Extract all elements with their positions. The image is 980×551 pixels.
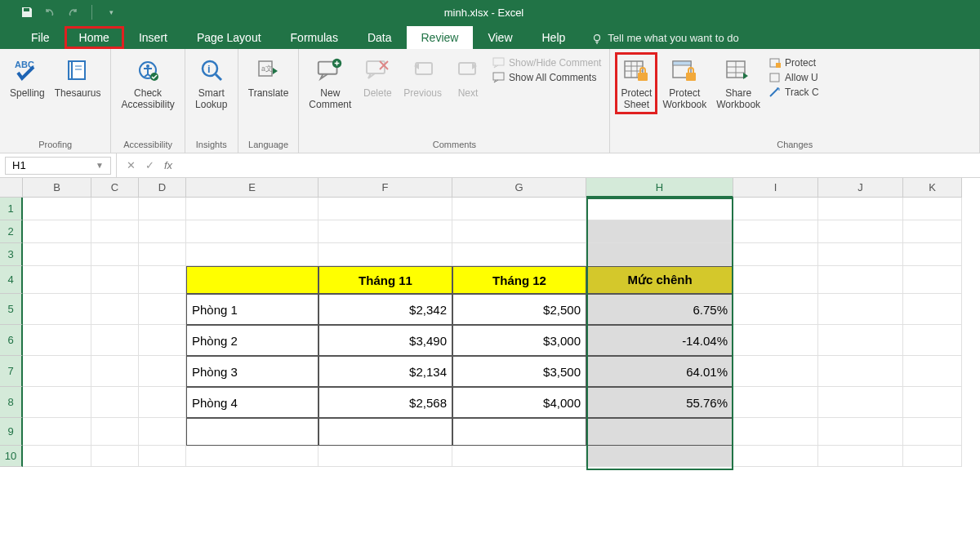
spelling-button[interactable]: ABC Spelling [5, 52, 50, 103]
cell[interactable] [818, 243, 903, 266]
cell[interactable] [452, 220, 586, 243]
redo-icon[interactable] [65, 5, 80, 20]
cell[interactable] [903, 243, 962, 266]
cell[interactable] [139, 243, 186, 266]
smart-lookup-button[interactable]: i Smart Lookup [190, 52, 233, 114]
cell[interactable] [818, 294, 903, 325]
cell-t11[interactable]: $2,568 [318, 387, 452, 418]
cell[interactable] [452, 446, 586, 467]
share-workbook-button[interactable]: Share Workbook [711, 52, 765, 114]
cell[interactable] [586, 243, 733, 266]
cell[interactable] [903, 418, 962, 446]
undo-icon[interactable] [42, 5, 57, 20]
cell[interactable] [186, 446, 318, 467]
cell-room[interactable]: Phòng 3 [186, 356, 318, 387]
qat-customize-icon[interactable]: ▾ [104, 5, 118, 20]
cell[interactable] [903, 446, 962, 467]
cell-pct[interactable]: -14.04% [586, 325, 733, 356]
show-hide-comment-button[interactable]: Show/Hide Comment [492, 57, 601, 69]
cell[interactable] [186, 243, 318, 266]
cell[interactable] [903, 325, 962, 356]
cell[interactable] [91, 266, 139, 294]
cell-H1[interactable] [586, 198, 733, 220]
table-header-t11[interactable]: Tháng 11 [318, 266, 452, 294]
cell-t12[interactable]: $3,500 [452, 356, 586, 387]
cell[interactable] [818, 220, 903, 243]
cell[interactable] [903, 220, 962, 243]
cell-pct[interactable]: 64.01% [586, 356, 733, 387]
cell[interactable] [318, 446, 452, 467]
cell[interactable] [23, 294, 91, 325]
enter-formula-icon[interactable]: ✓ [145, 159, 154, 171]
cell[interactable] [733, 387, 818, 418]
thesaurus-button[interactable]: Thesaurus [50, 52, 106, 103]
cell[interactable] [818, 387, 903, 418]
cell-t11[interactable]: $2,342 [318, 294, 452, 325]
cell-t12[interactable]: $2,500 [452, 294, 586, 325]
cell[interactable] [91, 198, 139, 220]
cell[interactable] [733, 198, 818, 220]
cell[interactable] [903, 294, 962, 325]
col-header-F[interactable]: F [318, 178, 452, 198]
col-header-E[interactable]: E [186, 178, 318, 198]
cell[interactable] [23, 266, 91, 294]
cell[interactable] [23, 198, 91, 220]
protect-and-share-button[interactable]: Protect [768, 57, 819, 69]
cell[interactable] [139, 356, 186, 387]
cell[interactable] [903, 198, 962, 220]
cell[interactable] [91, 294, 139, 325]
name-box[interactable]: H1 ▼ [5, 157, 111, 175]
cell-room[interactable]: Phòng 4 [186, 387, 318, 418]
table-header-t12[interactable]: Tháng 12 [452, 266, 586, 294]
row-header-9[interactable]: 9 [0, 418, 23, 446]
check-accessibility-button[interactable]: Check Accessibility [116, 52, 179, 114]
tab-insert[interactable]: Insert [124, 26, 182, 49]
row-header-4[interactable]: 4 [0, 266, 23, 294]
track-changes-button[interactable]: Track C [768, 87, 819, 98]
col-header-I[interactable]: I [733, 178, 818, 198]
cell[interactable] [733, 220, 818, 243]
cell-t12[interactable]: $3,000 [452, 325, 586, 356]
cell[interactable] [23, 418, 91, 446]
spreadsheet-grid[interactable]: B C D E F G H I J K 1 2 3 4 Tháng 11 Thá… [0, 178, 980, 467]
previous-comment-button[interactable]: Previous [399, 52, 447, 103]
col-header-H[interactable]: H [586, 178, 733, 198]
cell[interactable] [23, 387, 91, 418]
next-comment-button[interactable]: Next [447, 52, 489, 103]
col-header-B[interactable]: B [23, 178, 91, 198]
col-header-G[interactable]: G [452, 178, 586, 198]
save-icon[interactable] [20, 5, 34, 20]
cell[interactable] [733, 294, 818, 325]
cell[interactable] [139, 198, 186, 220]
translate-button[interactable]: a文 Translate [243, 52, 294, 103]
row-header-8[interactable]: 8 [0, 387, 23, 418]
cell-pct[interactable]: 55.76% [586, 387, 733, 418]
tab-view[interactable]: View [473, 26, 527, 49]
tell-me-search[interactable]: Tell me what you want to do [580, 27, 750, 49]
cell[interactable] [818, 266, 903, 294]
tab-home[interactable]: Home [65, 26, 124, 49]
row-header-7[interactable]: 7 [0, 356, 23, 387]
new-comment-button[interactable]: New Comment [304, 52, 356, 114]
cell[interactable] [91, 325, 139, 356]
cell-room[interactable]: Phòng 1 [186, 294, 318, 325]
cell[interactable] [23, 220, 91, 243]
cell[interactable] [733, 243, 818, 266]
col-header-C[interactable]: C [91, 178, 139, 198]
show-all-comments-button[interactable]: Show All Comments [492, 72, 601, 83]
cell[interactable] [139, 220, 186, 243]
cell[interactable] [818, 446, 903, 467]
tab-page-layout[interactable]: Page Layout [182, 26, 276, 49]
table-header-pct[interactable]: Mức chênh [586, 266, 733, 294]
cell-pct[interactable]: 6.75% [586, 294, 733, 325]
cell[interactable] [818, 356, 903, 387]
cell-t11[interactable]: $3,490 [318, 325, 452, 356]
cell[interactable] [733, 266, 818, 294]
cell-t12[interactable]: $4,000 [452, 387, 586, 418]
cell[interactable] [903, 266, 962, 294]
cell[interactable] [586, 220, 733, 243]
cell[interactable] [318, 198, 452, 220]
cell[interactable] [91, 446, 139, 467]
cell[interactable] [452, 243, 586, 266]
cell[interactable] [139, 387, 186, 418]
